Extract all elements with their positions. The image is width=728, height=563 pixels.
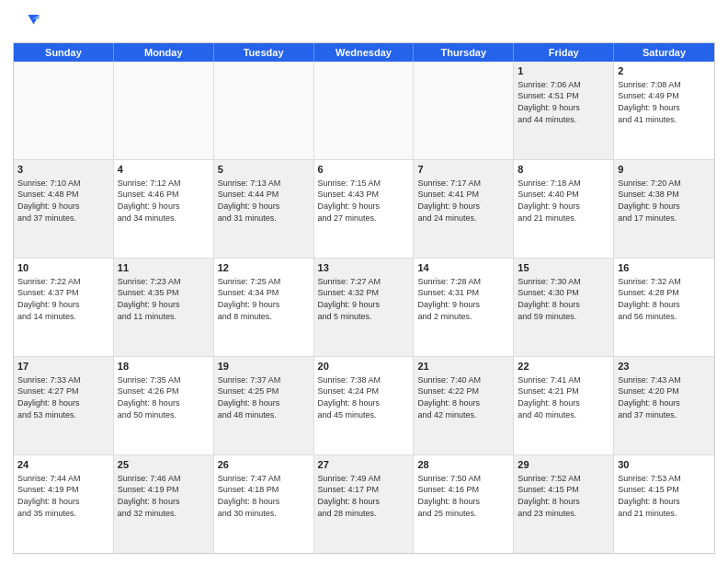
calendar-cell: 11Sunrise: 7:23 AM Sunset: 4:35 PM Dayli… [114,259,214,356]
calendar-week-row: 24Sunrise: 7:44 AM Sunset: 4:19 PM Dayli… [14,455,714,553]
calendar-cell: 6Sunrise: 7:15 AM Sunset: 4:43 PM Daylig… [314,160,415,258]
calendar-cell: 4Sunrise: 7:12 AM Sunset: 4:46 PM Daylig… [114,160,214,258]
day-number: 27 [318,458,410,472]
day-number: 24 [17,458,109,472]
day-info: Sunrise: 7:06 AM Sunset: 4:51 PM Dayligh… [518,79,609,125]
calendar-cell: 29Sunrise: 7:52 AM Sunset: 4:15 PM Dayli… [514,455,614,553]
day-info: Sunrise: 7:47 AM Sunset: 4:18 PM Dayligh… [218,473,310,519]
day-info: Sunrise: 7:33 AM Sunset: 4:27 PM Dayligh… [17,374,109,420]
page: SundayMondayTuesdayWednesdayThursdayFrid… [0,0,728,563]
day-info: Sunrise: 7:18 AM Sunset: 4:40 PM Dayligh… [518,178,609,224]
calendar-cell: 8Sunrise: 7:18 AM Sunset: 4:40 PM Daylig… [514,160,614,258]
day-number: 2 [618,64,711,78]
day-number: 30 [618,458,711,472]
day-info: Sunrise: 7:35 AM Sunset: 4:26 PM Dayligh… [118,374,210,420]
day-number: 25 [118,458,210,472]
calendar-cell: 3Sunrise: 7:10 AM Sunset: 4:48 PM Daylig… [14,160,114,258]
calendar-cell: 9Sunrise: 7:20 AM Sunset: 4:38 PM Daylig… [614,160,714,258]
day-info: Sunrise: 7:44 AM Sunset: 4:19 PM Dayligh… [17,473,109,519]
day-info: Sunrise: 7:46 AM Sunset: 4:19 PM Dayligh… [118,473,210,519]
day-number: 20 [318,360,410,373]
day-number: 9 [618,163,711,177]
weekday-header: Sunday [14,43,114,62]
day-number: 6 [318,163,410,177]
day-info: Sunrise: 7:22 AM Sunset: 4:37 PM Dayligh… [17,276,109,322]
calendar-cell: 14Sunrise: 7:28 AM Sunset: 4:31 PM Dayli… [414,259,514,356]
day-number: 13 [318,261,410,275]
day-info: Sunrise: 7:12 AM Sunset: 4:46 PM Dayligh… [118,178,210,224]
day-number: 1 [518,64,609,78]
calendar-cell: 13Sunrise: 7:27 AM Sunset: 4:32 PM Dayli… [314,259,415,356]
calendar-cell: 12Sunrise: 7:25 AM Sunset: 4:34 PM Dayli… [214,259,314,356]
day-info: Sunrise: 7:08 AM Sunset: 4:49 PM Dayligh… [618,79,711,125]
day-number: 14 [417,261,509,275]
day-number: 4 [118,163,210,177]
weekday-header: Thursday [414,43,514,62]
calendar-cell: 2Sunrise: 7:08 AM Sunset: 4:49 PM Daylig… [614,62,714,159]
weekday-header: Wednesday [314,43,415,62]
calendar-cell: 1Sunrise: 7:06 AM Sunset: 4:51 PM Daylig… [514,62,614,159]
day-number: 18 [118,360,210,373]
day-info: Sunrise: 7:27 AM Sunset: 4:32 PM Dayligh… [318,276,410,322]
calendar-week-row: 10Sunrise: 7:22 AM Sunset: 4:37 PM Dayli… [14,259,714,357]
calendar-cell: 10Sunrise: 7:22 AM Sunset: 4:37 PM Dayli… [14,259,114,356]
day-number: 22 [518,360,609,373]
logo [13,9,44,37]
day-number: 5 [218,163,310,177]
day-info: Sunrise: 7:20 AM Sunset: 4:38 PM Dayligh… [618,178,711,224]
day-number: 7 [417,163,509,177]
day-info: Sunrise: 7:15 AM Sunset: 4:43 PM Dayligh… [318,178,410,224]
day-info: Sunrise: 7:52 AM Sunset: 4:15 PM Dayligh… [518,473,609,519]
weekday-header: Monday [114,43,214,62]
calendar-cell: 26Sunrise: 7:47 AM Sunset: 4:18 PM Dayli… [214,455,314,553]
day-info: Sunrise: 7:49 AM Sunset: 4:17 PM Dayligh… [318,473,410,519]
calendar-cell [114,62,214,159]
day-number: 16 [618,261,711,275]
calendar-cell [14,62,114,159]
day-info: Sunrise: 7:38 AM Sunset: 4:24 PM Dayligh… [318,374,410,420]
logo-icon [13,9,40,37]
day-number: 3 [17,163,109,177]
day-number: 19 [218,360,310,373]
day-number: 17 [17,360,109,373]
day-info: Sunrise: 7:37 AM Sunset: 4:25 PM Dayligh… [218,374,310,420]
calendar-cell: 5Sunrise: 7:13 AM Sunset: 4:44 PM Daylig… [214,160,314,258]
calendar-cell: 30Sunrise: 7:53 AM Sunset: 4:15 PM Dayli… [614,455,714,553]
day-number: 29 [518,458,609,472]
day-number: 12 [218,261,310,275]
svg-rect-0 [13,9,40,37]
calendar-body: 1Sunrise: 7:06 AM Sunset: 4:51 PM Daylig… [14,62,714,553]
day-number: 8 [518,163,609,177]
calendar-cell: 22Sunrise: 7:41 AM Sunset: 4:21 PM Dayli… [514,357,614,454]
day-info: Sunrise: 7:32 AM Sunset: 4:28 PM Dayligh… [618,276,711,322]
day-number: 26 [218,458,310,472]
day-info: Sunrise: 7:10 AM Sunset: 4:48 PM Dayligh… [17,178,109,224]
calendar-cell: 7Sunrise: 7:17 AM Sunset: 4:41 PM Daylig… [414,160,514,258]
calendar-cell: 28Sunrise: 7:50 AM Sunset: 4:16 PM Dayli… [414,455,514,553]
calendar-week-row: 1Sunrise: 7:06 AM Sunset: 4:51 PM Daylig… [14,62,714,160]
weekday-header: Saturday [614,43,714,62]
day-info: Sunrise: 7:41 AM Sunset: 4:21 PM Dayligh… [518,374,609,420]
calendar-cell [414,62,514,159]
calendar-cell: 27Sunrise: 7:49 AM Sunset: 4:17 PM Dayli… [314,455,415,553]
calendar-cell: 15Sunrise: 7:30 AM Sunset: 4:30 PM Dayli… [514,259,614,356]
day-info: Sunrise: 7:23 AM Sunset: 4:35 PM Dayligh… [118,276,210,322]
calendar-week-row: 17Sunrise: 7:33 AM Sunset: 4:27 PM Dayli… [14,357,714,455]
header [13,9,715,37]
weekday-header: Tuesday [214,43,314,62]
calendar-cell: 21Sunrise: 7:40 AM Sunset: 4:22 PM Dayli… [414,357,514,454]
day-info: Sunrise: 7:17 AM Sunset: 4:41 PM Dayligh… [417,178,509,224]
calendar-cell: 19Sunrise: 7:37 AM Sunset: 4:25 PM Dayli… [214,357,314,454]
day-number: 23 [618,360,711,373]
day-info: Sunrise: 7:13 AM Sunset: 4:44 PM Dayligh… [218,178,310,224]
calendar-cell: 17Sunrise: 7:33 AM Sunset: 4:27 PM Dayli… [14,357,114,454]
day-info: Sunrise: 7:25 AM Sunset: 4:34 PM Dayligh… [218,276,310,322]
calendar: SundayMondayTuesdayWednesdayThursdayFrid… [13,42,715,554]
day-info: Sunrise: 7:50 AM Sunset: 4:16 PM Dayligh… [417,473,509,519]
day-number: 28 [417,458,509,472]
calendar-cell: 20Sunrise: 7:38 AM Sunset: 4:24 PM Dayli… [314,357,415,454]
calendar-cell: 16Sunrise: 7:32 AM Sunset: 4:28 PM Dayli… [614,259,714,356]
calendar-cell: 18Sunrise: 7:35 AM Sunset: 4:26 PM Dayli… [114,357,214,454]
day-info: Sunrise: 7:53 AM Sunset: 4:15 PM Dayligh… [618,473,711,519]
day-info: Sunrise: 7:43 AM Sunset: 4:20 PM Dayligh… [618,374,711,420]
